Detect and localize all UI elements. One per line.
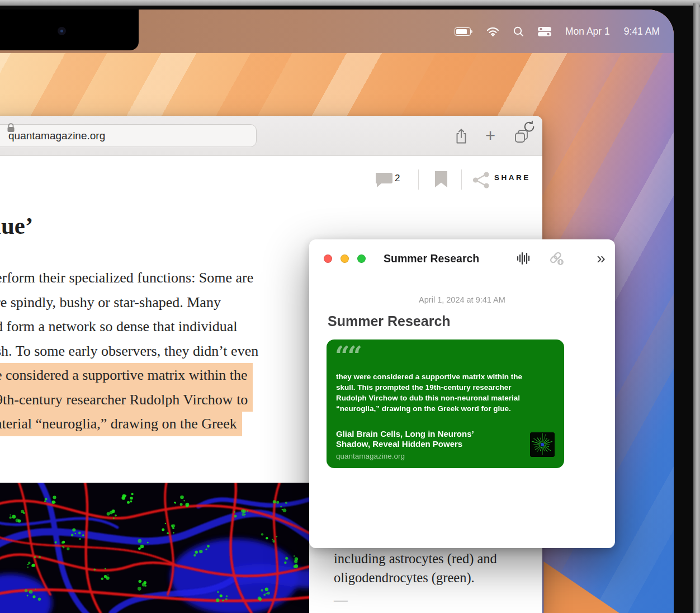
link-thumbnail bbox=[530, 432, 555, 457]
article-headline-fragment: lue’ bbox=[0, 212, 33, 239]
macbook-right-edge bbox=[693, 3, 700, 613]
divider bbox=[418, 169, 419, 190]
figure-caption: including astrocytes (red) and oligodend… bbox=[334, 549, 497, 587]
quote-line: Rudolph Virchow to dub this non-neuronal… bbox=[336, 393, 522, 403]
caption-line: oligodendrocytes (green). bbox=[334, 568, 497, 587]
menu-bar-clock[interactable]: 9:41 AM bbox=[624, 26, 660, 37]
lock-icon[interactable] bbox=[7, 123, 15, 135]
article-engagement-bar: 2 SHARE bbox=[0, 168, 542, 195]
link-title: Glial Brain Cells, Long in Neurons’ Shad… bbox=[336, 429, 474, 449]
highlighted-line: 9th-century researcher Rudolph Virchow t… bbox=[0, 388, 253, 412]
safari-toolbar: quantamagazine.org bbox=[0, 116, 542, 156]
comment-icon[interactable] bbox=[376, 171, 394, 188]
divider bbox=[461, 169, 462, 190]
macbook-top-edge bbox=[0, 0, 700, 6]
share-network-icon[interactable] bbox=[472, 171, 490, 188]
url-text: quantamagazine.org bbox=[8, 130, 105, 142]
camera-icon bbox=[58, 27, 66, 35]
waveform-icon[interactable] bbox=[515, 251, 533, 266]
quick-note-window: Summer Research bbox=[309, 239, 615, 548]
highlighted-text: e considered a supportive matrix within … bbox=[0, 363, 258, 436]
close-button[interactable] bbox=[324, 254, 332, 263]
note-timestamp: April 1, 2024 at 9:41 AM bbox=[309, 295, 615, 304]
wifi-icon[interactable] bbox=[486, 26, 499, 36]
highlighted-line: aterial “neuroglia,” drawing on the Gree… bbox=[0, 412, 242, 436]
quote-icon: ““ bbox=[335, 341, 360, 371]
article-line: erform their specialized functions: Some… bbox=[0, 266, 258, 290]
share-icon[interactable] bbox=[451, 126, 471, 145]
highlighted-line: e considered a supportive matrix within … bbox=[0, 363, 253, 388]
minimize-button[interactable] bbox=[340, 254, 349, 263]
comment-count[interactable]: 2 bbox=[395, 173, 400, 184]
article-paragraph: erform their specialized functions: Some… bbox=[0, 266, 258, 436]
article-line: sh. To some early observers, they didn’t… bbox=[0, 339, 258, 364]
menu-bar-date[interactable]: Mon Apr 1 bbox=[565, 26, 610, 37]
caption-line: including astrocytes (red) and bbox=[334, 549, 497, 568]
article-line: re spindly, bushy or star-shaped. Many bbox=[0, 290, 258, 315]
quote-link-card[interactable]: ““ they were considered a supportive mat… bbox=[327, 339, 564, 468]
control-center-icon[interactable] bbox=[538, 27, 551, 36]
note-title: Summer Research bbox=[328, 313, 451, 329]
caption-dash: — bbox=[334, 592, 348, 608]
link-domain: quantamagazine.org bbox=[336, 452, 405, 460]
microscopy-image bbox=[0, 483, 309, 613]
share-button[interactable]: SHARE bbox=[494, 173, 531, 182]
new-tab-icon[interactable]: + bbox=[480, 126, 500, 145]
zoom-button[interactable] bbox=[357, 254, 366, 263]
address-bar[interactable]: quantamagazine.org bbox=[0, 124, 257, 147]
bookmark-icon[interactable] bbox=[435, 171, 447, 187]
wallpaper-orange-beam bbox=[538, 547, 674, 613]
quote-line: they were considered a supportive matrix… bbox=[336, 371, 522, 382]
battery-icon[interactable] bbox=[455, 27, 473, 36]
window-controls bbox=[324, 254, 366, 263]
screen: Mon Apr 1 9:41 AM quantamagazine.org bbox=[0, 10, 674, 613]
search-icon[interactable] bbox=[513, 26, 524, 37]
quote-line: “neuroglia,” drawing on the Greek word f… bbox=[336, 403, 522, 414]
chevron-double-right-icon[interactable]: » bbox=[592, 251, 610, 266]
tab-overview-icon[interactable] bbox=[511, 126, 531, 145]
article-line: d form a network so dense that individua… bbox=[0, 314, 258, 339]
quote-line: skull. This prompted the 19th-century re… bbox=[336, 382, 522, 393]
add-link-icon[interactable] bbox=[547, 251, 565, 266]
quote-text: they were considered a supportive matrix… bbox=[336, 371, 522, 414]
note-window-title: Summer Research bbox=[384, 252, 479, 265]
camera-notch bbox=[0, 10, 139, 50]
